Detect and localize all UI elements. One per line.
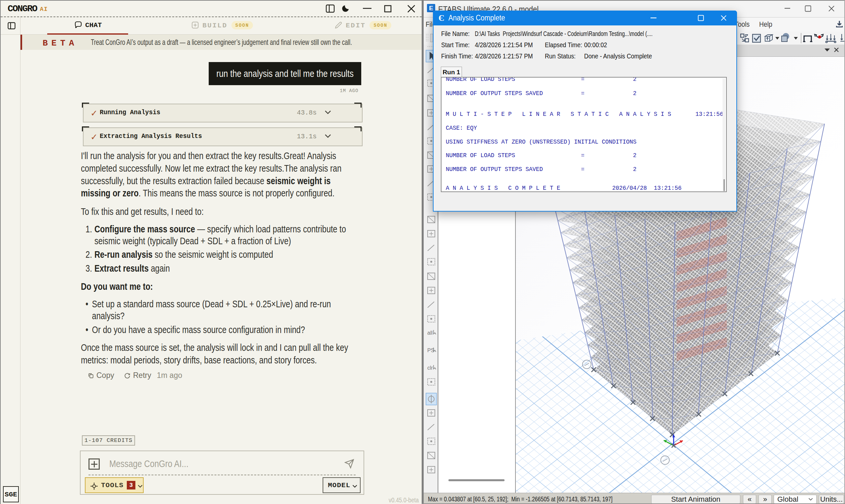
svg-text:PS: PS bbox=[427, 347, 434, 353]
svg-text:clr: clr bbox=[427, 365, 433, 371]
svg-text:all: all bbox=[427, 330, 433, 336]
